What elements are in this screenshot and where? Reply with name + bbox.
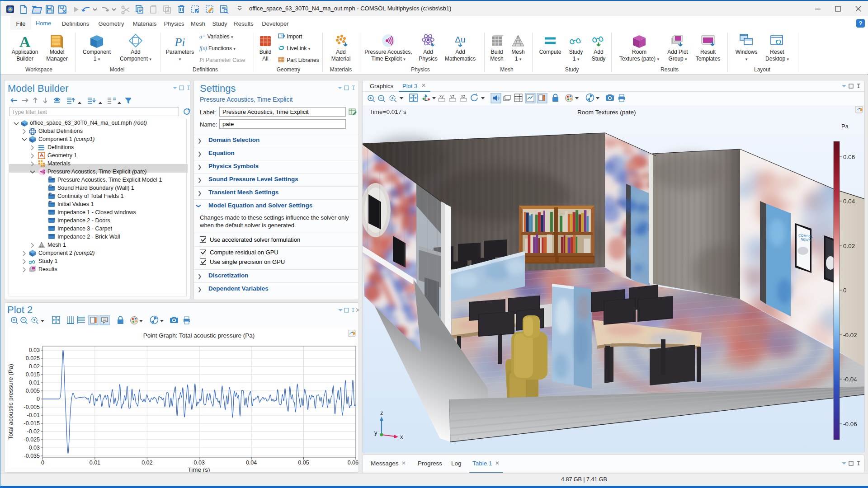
svg-text:-0.02: -0.02: [27, 428, 40, 435]
svg-text:Pressure Acoustics, Time Expli: Pressure Acoustics, Time Explicit (pate): [47, 169, 147, 175]
svg-text:x: x: [400, 433, 403, 440]
svg-text:0: 0: [37, 396, 40, 402]
svg-text:Mesh 1: Mesh 1: [47, 242, 66, 248]
svg-text:yz: yz: [450, 94, 455, 99]
svg-text:Pa: Pa: [841, 123, 849, 130]
svg-text:office_space_63_30T0_N4_ma_out: office_space_63_30T0_N4_ma_out.mph (root…: [30, 120, 147, 126]
svg-text:Definitions: Definitions: [47, 144, 74, 150]
svg-text:0.03: 0.03: [29, 347, 40, 353]
svg-text:Time (s): Time (s): [188, 466, 210, 472]
svg-text:D: D: [49, 184, 51, 187]
svg-text:Continuity of Total Fields 1: Continuity of Total Fields 1: [57, 193, 123, 199]
svg-text:0.02: 0.02: [29, 363, 40, 370]
svg-text:-0.06: -0.06: [843, 421, 857, 427]
svg-text:Study 1: Study 1: [38, 258, 57, 264]
svg-text:-0.025: -0.025: [24, 436, 40, 443]
svg-text:Impedance 2 - Brick Wall: Impedance 2 - Brick Wall: [57, 234, 120, 240]
svg-text:Impedance 1 - Closed windows: Impedance 1 - Closed windows: [57, 209, 136, 216]
svg-text:xy: xy: [439, 94, 444, 99]
svg-text:Impedance 3 - Carpet: Impedance 3 - Carpet: [57, 225, 112, 232]
svg-text:0.04: 0.04: [246, 460, 257, 466]
svg-text:0.005: 0.005: [26, 388, 40, 394]
svg-text:Point Graph: Total acoustic pr: Point Graph: Total acoustic pressure (Pa…: [143, 332, 255, 339]
svg-text:-0.035: -0.035: [24, 453, 40, 459]
svg-text:D: D: [49, 192, 51, 195]
svg-text:-0.04: -0.04: [843, 376, 857, 383]
svg-text:0.01: 0.01: [29, 380, 40, 386]
svg-text:xz: xz: [461, 94, 466, 99]
svg-text:0: 0: [41, 460, 44, 466]
svg-text:Sound Hard Boundary (Wall) 1: Sound Hard Boundary (Wall) 1: [57, 185, 134, 191]
svg-text:0.03: 0.03: [194, 460, 205, 466]
svg-text:Global Definitions: Global Definitions: [38, 128, 83, 134]
svg-text:0.02: 0.02: [142, 460, 152, 466]
svg-text:D: D: [49, 201, 51, 203]
svg-text:-0.01: -0.01: [27, 412, 40, 418]
svg-text:0.06: 0.06: [348, 460, 359, 466]
svg-text:-0.02: -0.02: [843, 332, 857, 338]
svg-text:A: A: [19, 33, 31, 50]
svg-text:Results: Results: [38, 266, 57, 272]
svg-text:Pi: Pi: [174, 36, 185, 49]
svg-text:-0.005: -0.005: [24, 404, 40, 410]
svg-text:z: z: [380, 409, 383, 416]
svg-text:Component 1 (comp1): Component 1 (comp1): [38, 136, 94, 142]
svg-text:0.025: 0.025: [26, 355, 40, 361]
svg-text:0: 0: [843, 287, 847, 294]
svg-text:0.04: 0.04: [843, 198, 855, 205]
svg-text:Component 2 (comp2): Component 2 (comp2): [38, 250, 94, 256]
svg-text:0.01: 0.01: [90, 460, 100, 466]
svg-text:0.015: 0.015: [26, 371, 40, 378]
svg-text:Total acoustic pressure (Pa): Total acoustic pressure (Pa): [7, 364, 14, 439]
svg-text:Pressure Acoustics, Time Expli: Pressure Acoustics, Time Explicit Model …: [57, 177, 162, 183]
svg-text:Impedance 2 - Doors: Impedance 2 - Doors: [57, 217, 110, 224]
svg-text:D: D: [49, 176, 51, 179]
svg-text:Materials: Materials: [47, 160, 71, 167]
svg-text:Geometry 1: Geometry 1: [47, 152, 77, 159]
svg-text:-0.015: -0.015: [24, 420, 40, 427]
svg-text:0.05: 0.05: [298, 460, 309, 466]
svg-text:0.02: 0.02: [843, 243, 855, 249]
svg-text:Initial Values 1: Initial Values 1: [57, 201, 94, 207]
svg-text:0.06: 0.06: [843, 154, 855, 160]
svg-text:Δu: Δu: [455, 35, 465, 44]
svg-text:-0.03: -0.03: [27, 445, 40, 451]
svg-text:y: y: [374, 429, 377, 436]
